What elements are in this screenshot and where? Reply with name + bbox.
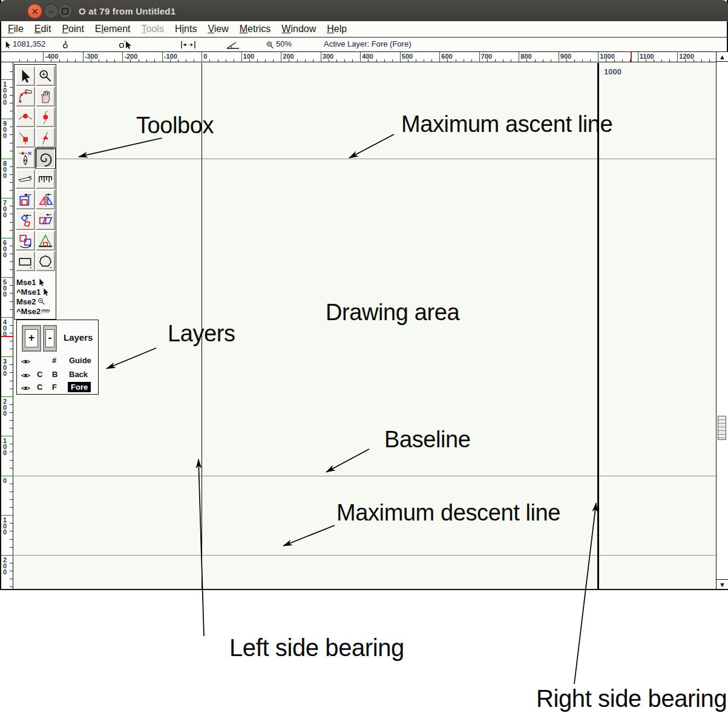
h-ruler-minor-tick (99, 59, 99, 62)
maximize-button[interactable] (59, 5, 71, 18)
h-ruler-major-tick (400, 52, 401, 62)
tool-ruler-button[interactable] (36, 169, 55, 189)
vertical-ruler[interactable]: 1 0 0 09 0 08 0 07 0 06 0 05 0 04 0 03 0… (1, 62, 13, 589)
tool-corner-point-button[interactable] (16, 128, 35, 148)
layer-name-guide[interactable]: Guide (69, 356, 91, 365)
v-ruler-minor-tick (10, 531, 13, 531)
h-ruler-minor-tick (35, 59, 36, 62)
v-ruler-minor-tick (10, 484, 13, 484)
remove-layer-button[interactable]: - (43, 325, 57, 352)
layer-visibility-eye-icon[interactable] (21, 356, 31, 367)
tool-magnify-button[interactable] (36, 66, 55, 86)
v-ruler-major-tick (1, 277, 13, 278)
v-ruler-minor-tick (10, 134, 13, 135)
menu-edit[interactable]: Edit (29, 24, 57, 34)
tool-flip-button[interactable] (36, 189, 55, 209)
layer-visibility-eye-icon[interactable] (21, 383, 31, 393)
v-ruler-minor-tick (10, 206, 13, 206)
v-ruler-label: 1 0 0 0 (3, 81, 7, 105)
tool-perspective-button[interactable] (36, 231, 55, 251)
layer-visibility-eye-icon[interactable] (21, 370, 31, 381)
menu-file[interactable]: File (2, 24, 29, 34)
scroll-down-button[interactable]: ▼ (717, 579, 728, 589)
tangent-point-icon (38, 130, 53, 146)
h-ruler-major-tick (321, 52, 321, 62)
v-ruler-minor-tick (10, 222, 13, 223)
menu-hints[interactable]: Hints (169, 24, 202, 34)
tool-hand-button[interactable] (36, 87, 55, 107)
tool-tangent-point-button[interactable] (36, 128, 55, 148)
tool-pen-button[interactable] (16, 148, 35, 168)
baseline-label: Baseline (384, 428, 471, 451)
v-ruler-minor-tick (10, 341, 13, 341)
layer-row-back[interactable]: CBBack (17, 369, 98, 381)
tool-skew-button[interactable] (36, 210, 55, 230)
mouse-binding-list: Mse1^Mse1Mse2^Mse2 (15, 277, 56, 316)
v-ruler-minor-tick (10, 468, 13, 468)
v-ruler-minor-tick (10, 547, 13, 548)
scroll-up-button[interactable]: ▲ (717, 52, 728, 62)
h-ruler-label: -200 (124, 53, 137, 60)
vertical-scrollbar[interactable]: ▲ ▼ (716, 52, 728, 589)
tool-knife-button[interactable] (16, 169, 35, 189)
menu-view[interactable]: View (202, 24, 234, 34)
toolbox-palette: Mse1^Mse1Mse2^Mse2 (14, 64, 56, 320)
layer-row-guide[interactable]: #Guide (17, 355, 98, 367)
menu-element[interactable]: Element (90, 24, 136, 34)
baseline (14, 476, 716, 476)
h-ruler-minor-tick (431, 59, 432, 62)
tool-curve-point-button[interactable] (16, 107, 35, 127)
h-ruler-minor-tick (535, 59, 536, 62)
horizontal-ruler[interactable]: -400-300-200-100010020030040050060070080… (1, 52, 716, 62)
v-ruler-minor-tick (10, 103, 13, 103)
layer-name-fore[interactable]: Fore (68, 382, 91, 392)
v-ruler-minor-tick (10, 563, 13, 563)
h-ruler-minor-tick (218, 59, 218, 62)
menu-tools[interactable]: Tools (136, 24, 169, 34)
layer-quadratic-flag: C (37, 370, 42, 379)
menu-point[interactable]: Point (56, 24, 89, 34)
pointer-icon (18, 68, 33, 84)
menu-window[interactable]: Window (276, 24, 321, 34)
v-ruler-minor-tick (10, 452, 13, 452)
tool-pointer-button[interactable] (16, 66, 35, 86)
tool-rotate-button[interactable] (16, 210, 35, 230)
drawing-area-label: Drawing area (326, 301, 459, 324)
right-side-bearing-line (597, 63, 599, 589)
tool-polygon-button[interactable] (36, 251, 55, 271)
v-ruler-minor-tick (10, 143, 13, 143)
tool-rotate3d-button[interactable] (16, 231, 35, 251)
h-ruler-minor-tick (336, 59, 337, 62)
minimize-button[interactable]: – (45, 5, 57, 18)
layer-type-flag: B (52, 370, 57, 379)
v-ruler-minor-tick (10, 293, 13, 294)
flip-icon (38, 192, 53, 208)
toolbox-label: Toolbox (136, 114, 214, 137)
h-ruler-minor-tick (257, 59, 258, 62)
titlebar[interactable]: ✕ – O at 79 from Untitled1 (0, 0, 728, 22)
tool-freehand-button[interactable] (16, 87, 35, 107)
scrollbar-thumb[interactable] (718, 416, 726, 440)
magnify-icon (37, 297, 46, 306)
menu-help[interactable]: Help (321, 24, 352, 34)
h-ruler-minor-tick (376, 59, 377, 62)
h-ruler-label: 100 (243, 53, 254, 60)
v-ruler-label: 2 0 0 (3, 398, 7, 416)
h-ruler-minor-tick (471, 59, 472, 62)
layer-quadratic-flag: C (37, 383, 42, 392)
tool-scale-button[interactable] (16, 189, 35, 209)
tool-spiro-button[interactable] (36, 148, 55, 168)
h-ruler-minor-tick (154, 59, 155, 62)
layer-row-fore[interactable]: CFFore (17, 382, 98, 394)
v-ruler-cursor-mark (1, 336, 13, 337)
tool-hvcurve-point-button[interactable] (36, 107, 55, 127)
close-button[interactable]: ✕ (27, 4, 42, 19)
add-layer-button[interactable]: + (22, 325, 41, 352)
menu-metrics[interactable]: Metrics (234, 24, 277, 34)
tool-grid (16, 66, 54, 271)
tool-rectangle-button[interactable] (16, 251, 35, 271)
scale-icon (18, 192, 33, 208)
h-ruler-minor-tick (139, 59, 139, 62)
mouse-binding-ctrl-mse2: ^Mse2 (16, 306, 56, 316)
layer-name-back[interactable]: Back (69, 370, 88, 379)
